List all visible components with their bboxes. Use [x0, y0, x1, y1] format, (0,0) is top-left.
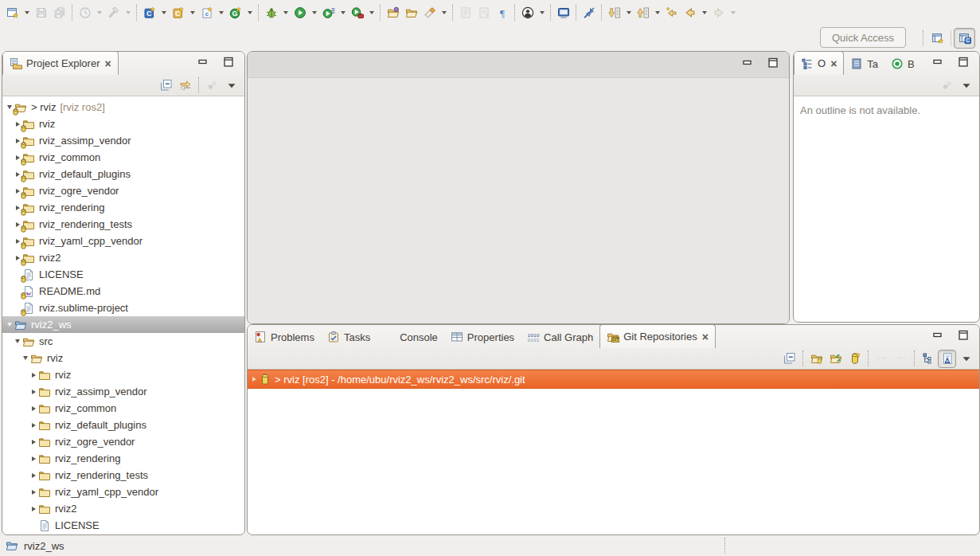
user-account-dropdown-button[interactable] [537, 3, 547, 22]
quick-access-button[interactable]: Quick Access [820, 27, 906, 48]
tree-item-rviz-rendering[interactable]: rviz_rendering [2, 199, 244, 216]
tree-item-license[interactable]: LICENSE [2, 517, 244, 534]
tree-item-rviz[interactable]: rviz [2, 116, 244, 132]
profile-button[interactable] [319, 3, 338, 22]
tree-item-rviz[interactable]: > rviz[rviz ros2] [2, 99, 244, 116]
maximize-button[interactable] [954, 54, 973, 70]
open-console-button[interactable] [554, 3, 572, 22]
new-c-class-button[interactable]: C [140, 3, 158, 22]
search-dropdown-button[interactable] [439, 3, 449, 22]
branch-name-toggle-button[interactable] [938, 350, 956, 368]
last-edit-location-button[interactable] [662, 3, 681, 22]
new-c-source-button[interactable]: c [197, 3, 216, 22]
run-coverage-button[interactable] [348, 3, 366, 22]
hierarchy-layout-button[interactable] [919, 350, 937, 368]
tree-item-readme-md[interactable]: wREADME.md [2, 283, 244, 300]
collapse-all-button[interactable] [780, 350, 798, 368]
collapse-all-button[interactable] [157, 76, 175, 95]
tree-item-rviz-yaml-cpp-vendor[interactable]: rviz_yaml_cpp_vendor [2, 484, 244, 500]
search-button[interactable] [420, 3, 439, 22]
tab-project-explorer[interactable]: Project Explorer × [2, 51, 119, 75]
expand-arrow-icon[interactable] [29, 390, 37, 394]
tree-item-rviz-ogre-vendor[interactable]: rviz_ogre_vendor [2, 182, 244, 199]
link-with-editor-button[interactable] [176, 76, 194, 95]
debug-dropdown-button[interactable] [280, 3, 291, 22]
maximize-button[interactable] [763, 55, 783, 71]
previous-annotation-button[interactable] [634, 3, 652, 22]
expand-arrow-icon[interactable] [29, 423, 37, 428]
pin-editor-button[interactable] [580, 3, 598, 22]
cpp-perspective-button[interactable]: C [954, 28, 975, 49]
show-whitespace-button[interactable]: ¶ [493, 3, 511, 22]
back-dropdown-button[interactable] [699, 3, 709, 22]
tab-git-repositories[interactable]: GITGit Repositories× [599, 324, 716, 348]
tree-item-rviz-common[interactable]: rviz_common [2, 400, 244, 417]
add-repository-button[interactable] [807, 350, 826, 368]
new-c-source-dropdown-button[interactable] [216, 3, 226, 22]
expand-arrow-icon[interactable] [29, 456, 37, 461]
new-c-header-button[interactable]: C [169, 3, 187, 22]
tree-item-rviz2-ws[interactable]: rviz2_ws [2, 316, 244, 333]
tree-item-rviz-rendering-tests[interactable]: rviz_rendering_tests [2, 467, 244, 484]
maximize-button[interactable] [954, 327, 973, 343]
new-c-header-dropdown-button[interactable] [187, 3, 197, 22]
tree-item-license[interactable]: LICENSE [2, 266, 244, 283]
close-icon[interactable]: × [104, 58, 111, 69]
expand-arrow-icon[interactable] [29, 490, 37, 495]
next-annotation-button[interactable] [605, 3, 623, 22]
maximize-button[interactable] [219, 54, 238, 70]
collapse-arrow-icon[interactable] [6, 323, 14, 327]
new-button[interactable] [3, 3, 21, 22]
minimize-button[interactable] [738, 55, 757, 71]
clone-repository-button[interactable] [826, 350, 845, 368]
back-button[interactable] [681, 3, 699, 22]
create-repository-button[interactable] [845, 350, 864, 368]
run-coverage-dropdown-button[interactable] [366, 3, 377, 22]
expand-arrow-icon[interactable] [29, 406, 37, 411]
debug-button[interactable] [262, 3, 280, 22]
tree-item-rviz-common[interactable]: rviz_common [2, 149, 244, 166]
tree-item-rviz2[interactable]: rviz2 [2, 500, 244, 517]
open-perspective-button[interactable] [927, 28, 948, 49]
run-button[interactable] [291, 3, 309, 22]
tree-item-rviz-rendering-tests[interactable]: rviz_rendering_tests [2, 216, 244, 233]
tree-item-rviz-sublime-project[interactable]: rviz.sublime-project [2, 300, 244, 316]
expand-arrow-icon[interactable] [29, 507, 37, 511]
tab-console[interactable]: Console [377, 326, 444, 348]
view-menu-button[interactable] [957, 76, 975, 95]
expand-arrow-icon[interactable] [29, 373, 37, 378]
minimize-button[interactable] [928, 54, 947, 70]
expand-arrow-icon[interactable] [250, 377, 258, 382]
tree-item-rviz-default-plugins[interactable]: rviz_default_plugins [2, 417, 244, 433]
collapse-arrow-icon[interactable] [21, 356, 29, 360]
expand-arrow-icon[interactable] [29, 440, 37, 444]
tree-item-src[interactable]: src [2, 333, 244, 350]
tree-item-rviz-default-plugins[interactable]: rviz_default_plugins [2, 166, 244, 182]
collapse-arrow-icon[interactable] [14, 339, 21, 343]
tab-call-graph[interactable]: 10100101Call Graph [521, 326, 599, 348]
open-type-button[interactable] [384, 3, 402, 22]
tab-b[interactable]: B [884, 53, 921, 75]
tab-ta[interactable]: Ta [844, 53, 884, 75]
new-c-class-dropdown-button[interactable] [158, 3, 169, 22]
expand-arrow-icon[interactable] [29, 473, 37, 478]
tab-problems[interactable]: Problems [248, 326, 321, 348]
tree-item-rviz-assimp-vendor[interactable]: rviz_assimp_vendor [2, 383, 244, 400]
close-icon[interactable]: × [830, 58, 837, 69]
tab-o[interactable]: O× [794, 51, 844, 75]
minimize-button[interactable] [193, 54, 213, 70]
new-cpp-project-dropdown-button[interactable] [244, 3, 255, 22]
run-dropdown-button[interactable] [309, 3, 319, 22]
tree-item-rviz-assimp-vendor[interactable]: rviz_assimp_vendor [2, 132, 244, 149]
previous-annotation-dropdown-button[interactable] [652, 3, 662, 22]
view-menu-button[interactable] [957, 350, 975, 368]
tree-item-rviz-rendering[interactable]: rviz_rendering [2, 450, 244, 467]
tab-properties[interactable]: Properties [444, 326, 521, 348]
view-menu-button[interactable] [222, 76, 240, 95]
profile-dropdown-button[interactable] [338, 3, 348, 22]
tree-item-rviz-ogre-vendor[interactable]: rviz_ogre_vendor [2, 433, 244, 450]
user-account-button[interactable] [518, 3, 537, 22]
tree-item-rviz[interactable]: rviz [2, 366, 244, 383]
next-annotation-dropdown-button[interactable] [623, 3, 634, 22]
tree-item-rviz2[interactable]: rviz2 [2, 249, 244, 266]
